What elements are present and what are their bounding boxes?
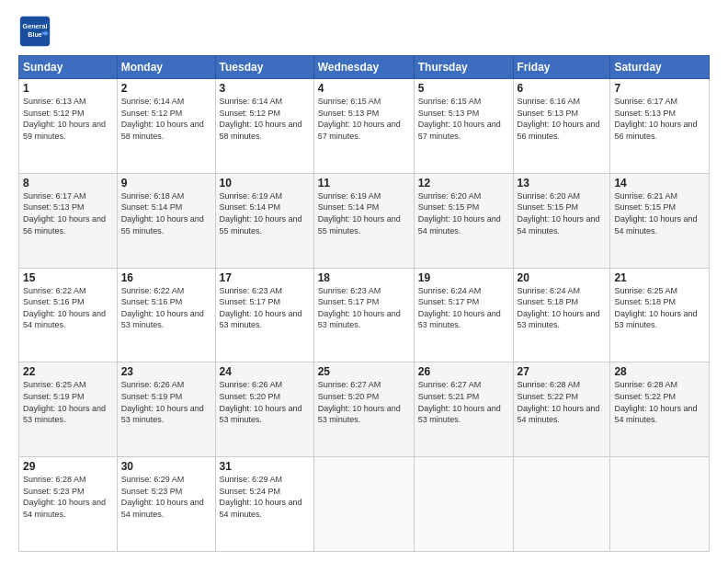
day-number: 15 [23, 271, 113, 284]
day-number: 26 [418, 365, 509, 378]
day-number: 22 [23, 365, 113, 378]
day-cell: 15Sunrise: 6:22 AMSunset: 5:16 PMDayligh… [19, 268, 118, 362]
day-number: 16 [121, 271, 211, 284]
day-cell: 13Sunrise: 6:20 AMSunset: 5:15 PMDayligh… [513, 173, 610, 268]
calendar-table: SundayMondayTuesdayWednesdayThursdayFrid… [18, 55, 710, 552]
week-row-5: 29Sunrise: 6:28 AMSunset: 5:23 PMDayligh… [19, 457, 710, 552]
day-cell: 12Sunrise: 6:20 AMSunset: 5:15 PMDayligh… [414, 173, 513, 268]
day-cell: 14Sunrise: 6:21 AMSunset: 5:15 PMDayligh… [610, 173, 710, 268]
day-cell: 23Sunrise: 6:26 AMSunset: 5:19 PMDayligh… [117, 362, 215, 457]
day-number: 14 [614, 177, 705, 190]
day-cell: 1Sunrise: 6:13 AMSunset: 5:12 PMDaylight… [19, 79, 118, 174]
day-info: Sunrise: 6:21 AMSunset: 5:15 PMDaylight:… [614, 190, 705, 236]
day-cell [610, 457, 710, 552]
day-info: Sunrise: 6:23 AMSunset: 5:17 PMDaylight:… [220, 285, 310, 331]
day-number: 5 [418, 82, 509, 95]
day-number: 21 [614, 271, 705, 284]
day-cell: 7Sunrise: 6:17 AMSunset: 5:13 PMDaylight… [610, 79, 710, 174]
day-cell: 22Sunrise: 6:25 AMSunset: 5:19 PMDayligh… [19, 362, 118, 457]
day-cell: 25Sunrise: 6:27 AMSunset: 5:20 PMDayligh… [313, 362, 414, 457]
week-row-4: 22Sunrise: 6:25 AMSunset: 5:19 PMDayligh… [19, 362, 710, 457]
day-cell: 9Sunrise: 6:18 AMSunset: 5:14 PMDaylight… [117, 173, 215, 268]
day-cell: 31Sunrise: 6:29 AMSunset: 5:24 PMDayligh… [215, 457, 313, 552]
day-info: Sunrise: 6:27 AMSunset: 5:20 PMDaylight:… [318, 379, 410, 425]
day-info: Sunrise: 6:25 AMSunset: 5:18 PMDaylight:… [614, 285, 705, 331]
day-number: 31 [220, 460, 310, 473]
day-info: Sunrise: 6:28 AMSunset: 5:22 PMDaylight:… [518, 379, 607, 425]
day-number: 27 [518, 365, 607, 378]
day-info: Sunrise: 6:13 AMSunset: 5:12 PMDaylight:… [23, 96, 113, 142]
day-number: 19 [418, 271, 509, 284]
day-info: Sunrise: 6:28 AMSunset: 5:22 PMDaylight:… [614, 379, 705, 425]
day-number: 3 [220, 82, 310, 95]
day-number: 10 [220, 177, 310, 190]
day-info: Sunrise: 6:24 AMSunset: 5:18 PMDaylight:… [518, 285, 607, 331]
day-cell: 4Sunrise: 6:15 AMSunset: 5:13 PMDaylight… [313, 79, 414, 174]
day-cell: 20Sunrise: 6:24 AMSunset: 5:18 PMDayligh… [513, 268, 610, 362]
day-info: Sunrise: 6:27 AMSunset: 5:21 PMDaylight:… [418, 379, 509, 425]
day-number: 18 [318, 271, 410, 284]
weekday-header-thursday: Thursday [414, 56, 513, 79]
day-info: Sunrise: 6:14 AMSunset: 5:12 PMDaylight:… [220, 96, 310, 142]
day-info: Sunrise: 6:15 AMSunset: 5:13 PMDaylight:… [318, 96, 410, 142]
logo: General Blue [18, 15, 55, 48]
day-cell: 19Sunrise: 6:24 AMSunset: 5:17 PMDayligh… [414, 268, 513, 362]
day-info: Sunrise: 6:17 AMSunset: 5:13 PMDaylight:… [23, 190, 113, 236]
day-number: 28 [614, 365, 705, 378]
day-cell: 8Sunrise: 6:17 AMSunset: 5:13 PMDaylight… [19, 173, 118, 268]
day-info: Sunrise: 6:14 AMSunset: 5:12 PMDaylight:… [121, 96, 211, 142]
day-cell [414, 457, 513, 552]
day-number: 7 [614, 82, 705, 95]
day-info: Sunrise: 6:19 AMSunset: 5:14 PMDaylight:… [318, 190, 410, 236]
day-number: 17 [220, 271, 310, 284]
day-info: Sunrise: 6:29 AMSunset: 5:23 PMDaylight:… [121, 474, 211, 520]
day-cell: 28Sunrise: 6:28 AMSunset: 5:22 PMDayligh… [610, 362, 710, 457]
calendar-page: General Blue SundayMondayTuesdayWednesda… [0, 0, 728, 563]
day-cell: 27Sunrise: 6:28 AMSunset: 5:22 PMDayligh… [513, 362, 610, 457]
day-info: Sunrise: 6:18 AMSunset: 5:14 PMDaylight:… [121, 190, 211, 236]
day-number: 24 [220, 365, 310, 378]
day-number: 11 [318, 177, 410, 190]
day-cell: 26Sunrise: 6:27 AMSunset: 5:21 PMDayligh… [414, 362, 513, 457]
svg-text:General: General [23, 22, 48, 30]
day-info: Sunrise: 6:24 AMSunset: 5:17 PMDaylight:… [418, 285, 509, 331]
weekday-header-wednesday: Wednesday [313, 56, 414, 79]
day-info: Sunrise: 6:17 AMSunset: 5:13 PMDaylight:… [614, 96, 705, 142]
day-number: 12 [418, 177, 509, 190]
day-info: Sunrise: 6:20 AMSunset: 5:15 PMDaylight:… [518, 190, 607, 236]
week-row-1: 1Sunrise: 6:13 AMSunset: 5:12 PMDaylight… [19, 79, 710, 174]
weekday-header-tuesday: Tuesday [215, 56, 313, 79]
day-info: Sunrise: 6:20 AMSunset: 5:15 PMDaylight:… [418, 190, 509, 236]
day-cell: 6Sunrise: 6:16 AMSunset: 5:13 PMDaylight… [513, 79, 610, 174]
day-cell [313, 457, 414, 552]
weekday-header-friday: Friday [513, 56, 610, 79]
weekday-header-monday: Monday [117, 56, 215, 79]
day-info: Sunrise: 6:29 AMSunset: 5:24 PMDaylight:… [220, 474, 310, 520]
weekday-header-saturday: Saturday [610, 56, 710, 79]
day-cell: 30Sunrise: 6:29 AMSunset: 5:23 PMDayligh… [117, 457, 215, 552]
svg-text:Blue: Blue [28, 30, 42, 39]
day-number: 29 [23, 460, 113, 473]
day-number: 20 [518, 271, 607, 284]
day-cell: 16Sunrise: 6:22 AMSunset: 5:16 PMDayligh… [117, 268, 215, 362]
day-info: Sunrise: 6:22 AMSunset: 5:16 PMDaylight:… [23, 285, 113, 331]
week-row-2: 8Sunrise: 6:17 AMSunset: 5:13 PMDaylight… [19, 173, 710, 268]
day-cell: 29Sunrise: 6:28 AMSunset: 5:23 PMDayligh… [19, 457, 118, 552]
day-number: 2 [121, 82, 211, 95]
day-cell: 18Sunrise: 6:23 AMSunset: 5:17 PMDayligh… [313, 268, 414, 362]
day-number: 30 [121, 460, 211, 473]
logo-icon: General Blue [18, 15, 51, 48]
day-cell: 24Sunrise: 6:26 AMSunset: 5:20 PMDayligh… [215, 362, 313, 457]
day-info: Sunrise: 6:26 AMSunset: 5:20 PMDaylight:… [220, 379, 310, 425]
weekday-header-sunday: Sunday [19, 56, 118, 79]
week-row-3: 15Sunrise: 6:22 AMSunset: 5:16 PMDayligh… [19, 268, 710, 362]
day-cell: 10Sunrise: 6:19 AMSunset: 5:14 PMDayligh… [215, 173, 313, 268]
day-number: 6 [518, 82, 607, 95]
day-cell: 5Sunrise: 6:15 AMSunset: 5:13 PMDaylight… [414, 79, 513, 174]
day-number: 4 [318, 82, 410, 95]
day-cell: 17Sunrise: 6:23 AMSunset: 5:17 PMDayligh… [215, 268, 313, 362]
day-info: Sunrise: 6:19 AMSunset: 5:14 PMDaylight:… [220, 190, 310, 236]
day-number: 8 [23, 177, 113, 190]
day-number: 1 [23, 82, 113, 95]
day-info: Sunrise: 6:28 AMSunset: 5:23 PMDaylight:… [23, 474, 113, 520]
